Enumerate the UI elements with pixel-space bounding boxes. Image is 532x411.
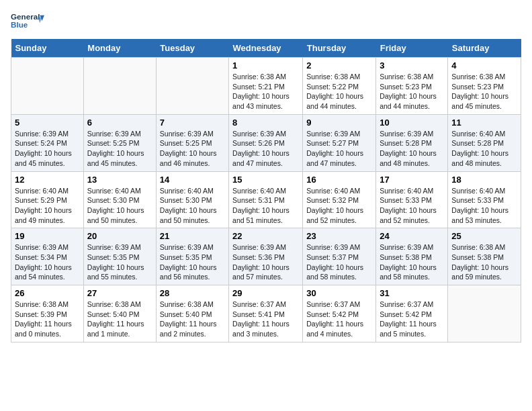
calendar-cell [83,58,156,115]
calendar-cell: 13Sunrise: 6:40 AM Sunset: 5:30 PM Dayli… [83,171,156,228]
calendar-cell: 23Sunrise: 6:39 AM Sunset: 5:37 PM Dayli… [303,228,376,285]
day-number: 13 [87,175,152,185]
day-info: Sunrise: 6:38 AM Sunset: 5:21 PM Dayligh… [232,72,299,111]
calendar-cell: 18Sunrise: 6:40 AM Sunset: 5:33 PM Dayli… [448,171,521,228]
calendar-header-row: SundayMondayTuesdayWednesdayThursdayFrid… [11,39,521,58]
calendar-cell: 12Sunrise: 6:40 AM Sunset: 5:29 PM Dayli… [11,171,84,228]
calendar-cell: 21Sunrise: 6:39 AM Sunset: 5:35 PM Dayli… [156,228,228,285]
calendar-cell: 29Sunrise: 6:37 AM Sunset: 5:41 PM Dayli… [229,285,303,342]
day-info: Sunrise: 6:40 AM Sunset: 5:30 PM Dayligh… [87,186,152,226]
day-number: 28 [160,288,225,298]
day-info: Sunrise: 6:38 AM Sunset: 5:23 PM Dayligh… [451,72,517,111]
calendar-week-row: 12Sunrise: 6:40 AM Sunset: 5:29 PM Dayli… [11,171,521,228]
calendar-cell: 30Sunrise: 6:37 AM Sunset: 5:42 PM Dayli… [303,285,376,342]
calendar-cell: 19Sunrise: 6:39 AM Sunset: 5:34 PM Dayli… [11,228,84,285]
calendar-cell: 4Sunrise: 6:38 AM Sunset: 5:23 PM Daylig… [448,58,521,115]
day-number: 29 [232,288,299,298]
calendar-cell: 27Sunrise: 6:38 AM Sunset: 5:40 PM Dayli… [83,285,156,342]
day-number: 5 [15,118,80,128]
day-number: 16 [306,175,372,185]
day-info: Sunrise: 6:39 AM Sunset: 5:35 PM Dayligh… [87,242,152,282]
calendar-cell: 22Sunrise: 6:39 AM Sunset: 5:36 PM Dayli… [229,228,303,285]
day-number: 11 [451,118,517,128]
weekday-header-sunday: Sunday [11,39,84,58]
day-info: Sunrise: 6:38 AM Sunset: 5:23 PM Dayligh… [380,72,444,111]
day-info: Sunrise: 6:39 AM Sunset: 5:25 PM Dayligh… [87,129,152,169]
weekday-header-saturday: Saturday [448,39,521,58]
calendar-cell: 24Sunrise: 6:39 AM Sunset: 5:38 PM Dayli… [376,228,448,285]
day-info: Sunrise: 6:39 AM Sunset: 5:38 PM Dayligh… [380,242,444,282]
calendar-cell: 11Sunrise: 6:40 AM Sunset: 5:28 PM Dayli… [448,114,521,171]
calendar-week-row: 26Sunrise: 6:38 AM Sunset: 5:39 PM Dayli… [11,285,521,342]
day-number: 23 [306,231,372,241]
calendar-cell: 20Sunrise: 6:39 AM Sunset: 5:35 PM Dayli… [83,228,156,285]
day-number: 7 [160,118,225,128]
day-number: 4 [451,60,517,71]
calendar-cell: 25Sunrise: 6:38 AM Sunset: 5:38 PM Dayli… [448,228,521,285]
calendar-cell: 5Sunrise: 6:39 AM Sunset: 5:24 PM Daylig… [11,114,84,171]
calendar-cell [448,285,521,342]
day-info: Sunrise: 6:37 AM Sunset: 5:42 PM Dayligh… [306,300,372,339]
day-number: 20 [87,231,152,241]
calendar: SundayMondayTuesdayWednesdayThursdayFrid… [11,39,521,342]
logo-icon: General Blue [11,11,44,31]
day-info: Sunrise: 6:39 AM Sunset: 5:25 PM Dayligh… [160,129,225,169]
logo: General Blue [11,11,44,31]
day-number: 31 [380,288,444,298]
day-number: 1 [232,60,299,71]
day-info: Sunrise: 6:39 AM Sunset: 5:28 PM Dayligh… [380,129,444,169]
calendar-cell [156,58,228,115]
day-info: Sunrise: 6:39 AM Sunset: 5:36 PM Dayligh… [232,242,299,282]
day-number: 12 [15,175,80,185]
day-number: 18 [451,175,517,185]
day-info: Sunrise: 6:38 AM Sunset: 5:40 PM Dayligh… [87,300,152,339]
calendar-cell: 9Sunrise: 6:39 AM Sunset: 5:27 PM Daylig… [303,114,376,171]
day-number: 21 [160,231,225,241]
svg-text:Blue: Blue [11,20,28,29]
calendar-cell: 1Sunrise: 6:38 AM Sunset: 5:21 PM Daylig… [229,58,303,115]
calendar-cell: 15Sunrise: 6:40 AM Sunset: 5:31 PM Dayli… [229,171,303,228]
calendar-week-row: 5Sunrise: 6:39 AM Sunset: 5:24 PM Daylig… [11,114,521,171]
day-info: Sunrise: 6:38 AM Sunset: 5:38 PM Dayligh… [451,242,517,282]
calendar-cell [11,58,84,115]
day-info: Sunrise: 6:38 AM Sunset: 5:22 PM Dayligh… [306,72,372,111]
day-info: Sunrise: 6:40 AM Sunset: 5:28 PM Dayligh… [451,129,517,169]
day-number: 2 [306,60,372,71]
day-number: 3 [380,60,444,71]
calendar-cell: 14Sunrise: 6:40 AM Sunset: 5:30 PM Dayli… [156,171,228,228]
day-info: Sunrise: 6:40 AM Sunset: 5:30 PM Dayligh… [160,186,225,226]
weekday-header-monday: Monday [83,39,156,58]
day-number: 25 [451,231,517,241]
day-number: 19 [15,231,80,241]
calendar-cell: 3Sunrise: 6:38 AM Sunset: 5:23 PM Daylig… [376,58,448,115]
calendar-week-row: 19Sunrise: 6:39 AM Sunset: 5:34 PM Dayli… [11,228,521,285]
calendar-cell: 26Sunrise: 6:38 AM Sunset: 5:39 PM Dayli… [11,285,84,342]
day-number: 10 [380,118,444,128]
calendar-cell: 6Sunrise: 6:39 AM Sunset: 5:25 PM Daylig… [83,114,156,171]
day-number: 8 [232,118,299,128]
day-info: Sunrise: 6:39 AM Sunset: 5:35 PM Dayligh… [160,242,225,282]
weekday-header-wednesday: Wednesday [229,39,303,58]
calendar-cell: 10Sunrise: 6:39 AM Sunset: 5:28 PM Dayli… [376,114,448,171]
day-number: 27 [87,288,152,298]
day-info: Sunrise: 6:40 AM Sunset: 5:29 PM Dayligh… [15,186,80,226]
calendar-week-row: 1Sunrise: 6:38 AM Sunset: 5:21 PM Daylig… [11,58,521,115]
calendar-cell: 8Sunrise: 6:39 AM Sunset: 5:26 PM Daylig… [229,114,303,171]
day-info: Sunrise: 6:39 AM Sunset: 5:27 PM Dayligh… [306,129,372,169]
day-number: 9 [306,118,372,128]
day-info: Sunrise: 6:39 AM Sunset: 5:37 PM Dayligh… [306,242,372,282]
calendar-cell: 28Sunrise: 6:38 AM Sunset: 5:40 PM Dayli… [156,285,228,342]
calendar-cell: 7Sunrise: 6:39 AM Sunset: 5:25 PM Daylig… [156,114,228,171]
day-info: Sunrise: 6:37 AM Sunset: 5:42 PM Dayligh… [380,300,444,339]
day-number: 30 [306,288,372,298]
calendar-cell: 17Sunrise: 6:40 AM Sunset: 5:33 PM Dayli… [376,171,448,228]
day-number: 17 [380,175,444,185]
weekday-header-thursday: Thursday [303,39,376,58]
day-number: 15 [232,175,299,185]
calendar-cell: 16Sunrise: 6:40 AM Sunset: 5:32 PM Dayli… [303,171,376,228]
weekday-header-friday: Friday [376,39,448,58]
day-number: 26 [15,288,80,298]
weekday-header-tuesday: Tuesday [156,39,228,58]
day-info: Sunrise: 6:39 AM Sunset: 5:24 PM Dayligh… [15,129,80,169]
day-info: Sunrise: 6:40 AM Sunset: 5:32 PM Dayligh… [306,186,372,226]
